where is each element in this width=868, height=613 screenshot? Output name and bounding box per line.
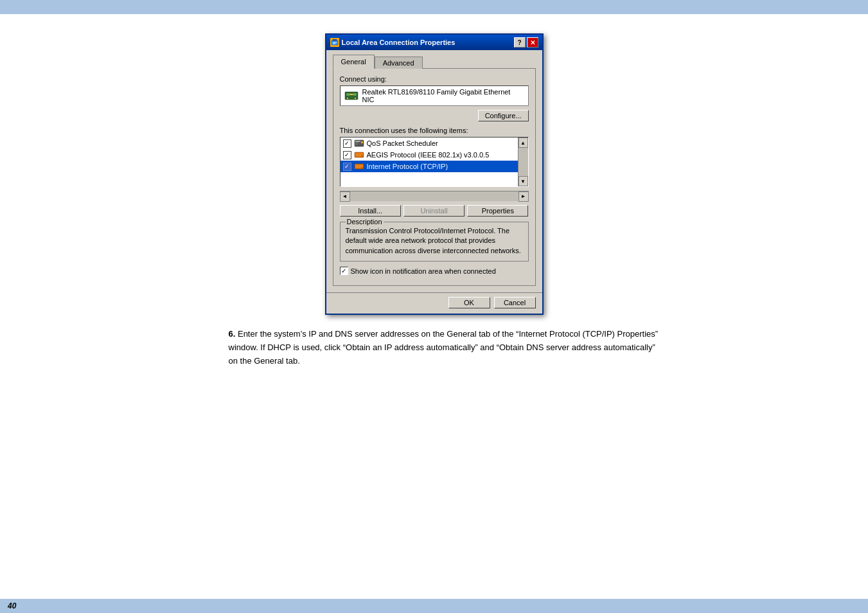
qos-icon xyxy=(354,139,364,147)
svg-rect-1 xyxy=(333,39,337,41)
instruction-text: Enter the system’s IP and DNS server add… xyxy=(229,329,659,366)
dialog-body: General Advanced Connect using: xyxy=(326,50,542,292)
scroll-left-button[interactable]: ◄ xyxy=(340,191,350,202)
dialog-titlebar: Local Area Connection Properties ? ✕ xyxy=(326,35,542,50)
svg-rect-6 xyxy=(353,93,357,96)
scroll-right-button[interactable]: ► xyxy=(518,191,529,202)
tab-row: General Advanced xyxy=(333,55,536,69)
help-button[interactable]: ? xyxy=(514,37,526,48)
page-content: Local Area Connection Properties ? ✕ Gen… xyxy=(0,14,868,368)
description-text: Transmission Control Protocol/Internet P… xyxy=(346,226,523,256)
nic-box: Realtek RTL8169/8110 Family Gigabit Ethe… xyxy=(340,85,529,106)
tab-advanced[interactable]: Advanced xyxy=(375,57,423,69)
show-icon-label: Show icon in notification area when conn… xyxy=(351,267,496,275)
listbox-content: ✓ QoS Packet Scheduler ✓ xyxy=(341,138,518,186)
uninstall-button[interactable]: Uninstall xyxy=(403,205,465,217)
nic-icon xyxy=(344,91,359,101)
instruction-number: 6. xyxy=(229,329,236,339)
configure-button[interactable]: Configure... xyxy=(478,110,529,121)
aegis-label: AEGIS Protocol (IEEE 802.1x) v3.0.0.5 xyxy=(367,151,490,159)
list-item[interactable]: ✓ QoS Packet Scheduler xyxy=(341,138,518,149)
show-icon-checkbox[interactable]: ✓ xyxy=(340,267,348,275)
items-label: This connection uses the following items… xyxy=(340,127,529,134)
list-item[interactable]: ✓ AEGIS Protocol (IEEE 802.1x) v3.0.0.5 xyxy=(341,149,518,161)
dialog-title-left: Local Area Connection Properties xyxy=(330,38,456,47)
svg-point-8 xyxy=(347,98,348,99)
qos-label: QoS Packet Scheduler xyxy=(367,139,438,147)
qos-checkbox[interactable]: ✓ xyxy=(343,139,351,148)
svg-rect-14 xyxy=(361,141,363,143)
listbox: ✓ QoS Packet Scheduler ✓ xyxy=(340,137,529,187)
svg-rect-12 xyxy=(355,143,359,143)
tab-general[interactable]: General xyxy=(333,55,375,69)
description-group: Description Transmission Control Protoco… xyxy=(340,222,529,262)
connect-using-label: Connect using: xyxy=(340,75,529,83)
dialog-title-buttons: ? ✕ xyxy=(514,37,538,48)
list-item-selected[interactable]: ✓ Internet Protocol (TCP/IP) xyxy=(341,161,518,172)
page-number: 40 xyxy=(8,601,16,610)
tcp-icon xyxy=(354,163,364,170)
horizontal-scrollbar[interactable]: ◄ ► xyxy=(340,191,529,201)
configure-row: Configure... xyxy=(340,110,529,121)
dialog-title-text: Local Area Connection Properties xyxy=(342,39,456,46)
top-bar xyxy=(0,0,868,14)
dialog-title-icon xyxy=(330,38,339,47)
scroll-down-button[interactable]: ▼ xyxy=(518,176,528,186)
svg-rect-7 xyxy=(350,94,353,95)
scroll-track xyxy=(518,148,528,176)
description-group-label: Description xyxy=(346,218,384,226)
bottom-bar: 40 xyxy=(0,599,868,613)
svg-point-9 xyxy=(355,98,356,99)
aegis-checkbox[interactable]: ✓ xyxy=(343,151,351,159)
scroll-up-button[interactable]: ▲ xyxy=(518,138,528,148)
tab-content: Connect using: Realtek RTL8169/8110 Fami… xyxy=(333,68,536,286)
close-button[interactable]: ✕ xyxy=(527,37,538,48)
svg-rect-11 xyxy=(355,141,360,142)
install-button[interactable]: Install... xyxy=(340,205,401,217)
aegis-icon xyxy=(354,151,364,159)
h-scroll-track xyxy=(350,191,518,201)
ok-button[interactable]: OK xyxy=(448,297,490,308)
svg-rect-5 xyxy=(346,93,350,96)
tcp-label: Internet Protocol (TCP/IP) xyxy=(367,163,448,170)
properties-button[interactable]: Properties xyxy=(467,205,528,217)
show-icon-row: ✓ Show icon in notification area when co… xyxy=(340,267,529,275)
tcp-checkbox[interactable]: ✓ xyxy=(343,163,351,171)
nic-name: Realtek RTL8169/8110 Family Gigabit Ethe… xyxy=(362,88,524,103)
vertical-scrollbar[interactable]: ▲ ▼ xyxy=(518,138,528,186)
cancel-button[interactable]: Cancel xyxy=(494,297,536,308)
ok-cancel-row: OK Cancel xyxy=(326,292,542,314)
action-row: Install... Uninstall Properties xyxy=(340,205,529,217)
dialog-local-area-connection-properties: Local Area Connection Properties ? ✕ Gen… xyxy=(325,33,544,315)
instruction-section: 6. Enter the system’s IP and DNS server … xyxy=(209,328,659,368)
svg-rect-13 xyxy=(355,144,357,145)
